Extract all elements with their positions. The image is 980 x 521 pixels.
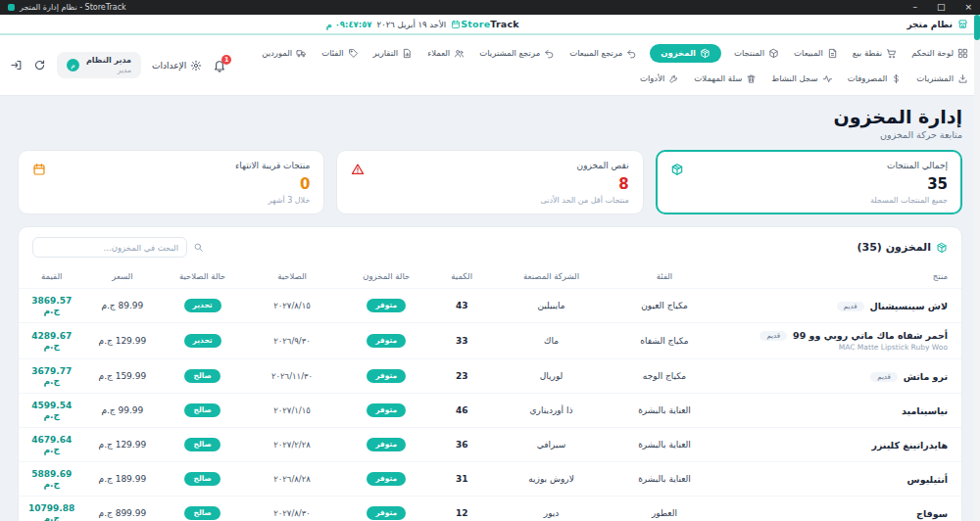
table-row[interactable]: سوفاجالعطورديور12متوفر٢٠٢٧/٨/٣٠صالح899.9… [19, 497, 961, 521]
expiry-cell: ٢٠٢٧/٨/٣٠ [245, 497, 339, 521]
nav-item-activity[interactable]: سجل النشاط [769, 71, 834, 87]
category-cell: مكياج الوجه [612, 359, 716, 394]
nav-item-expenses[interactable]: المصروفات [846, 71, 905, 87]
table-row[interactable]: أنثيليوسالعناية بالبشرةلاروش بوزيه31متوف… [19, 462, 961, 497]
stat-card-low-stock[interactable]: نقص المخزون8منتجات أقل من الحد الأدنى [336, 150, 643, 214]
inventory-section-title: المخزون (35) [858, 241, 931, 254]
price-cell: 129.99 ج.م [84, 323, 160, 359]
package-icon [936, 242, 948, 254]
card-value: 8 [541, 175, 629, 193]
avatar: م [67, 59, 79, 71]
calendar-icon [451, 20, 461, 29]
close-button[interactable]: × [964, 3, 972, 12]
app-header: نظام متجر StoreTrack الأحد ١٩ أبريل ٢٠٢٦… [0, 15, 980, 35]
price-cell: 99.99 ج.م [84, 394, 160, 428]
table-row[interactable]: هايدراتينغ كلينزرالعناية بالبشرةسيرافي36… [19, 428, 961, 462]
column-header: السعر [84, 265, 160, 289]
column-header: الصلاحية [245, 265, 339, 289]
product-name: أنثيليوس [907, 474, 948, 485]
table-row[interactable]: نياسيناميدالعناية بالبشرةذا أورديناري46م… [19, 394, 961, 428]
user-chip[interactable]: مدير النظام مدير م [57, 52, 141, 78]
inventory-table: منتجالفئةالشركة المصنعةالكميةحالة المخزو… [19, 265, 961, 521]
minimize-button[interactable]: – [912, 3, 917, 12]
value-cell: 4599.54 ج.م [19, 394, 84, 428]
nav-item-trash[interactable]: سلة المهملات [692, 71, 759, 87]
category-cell: العناية بالبشرة [612, 428, 716, 462]
product-name: ترو ماتش [904, 371, 948, 382]
returns-icon [626, 48, 637, 59]
nav-item-dashboard[interactable]: لوحة التحكم [909, 45, 970, 62]
nav-item-purchases[interactable]: المشتريات [914, 71, 970, 87]
pos-icon [886, 48, 897, 59]
expiry-cell: ٢٠٢٦/٩/٣٠ [245, 323, 339, 359]
product-name: نياسيناميد [902, 405, 948, 416]
value-cell: 4289.67 ج.م [19, 323, 84, 359]
page-content: إدارة المخزون متابعة حركة المخزون إجمالي… [0, 96, 980, 521]
window-titlebar: نظام إدارة المتجر - StoreTrack – □ × [0, 0, 980, 15]
notifications-button[interactable]: 1 [213, 59, 226, 72]
table-row[interactable]: أحمر شفاه ماك ماتي روبي وو 99قديمMAC Mat… [19, 323, 961, 359]
stock-status-badge: متوفر [367, 334, 406, 349]
maximize-button[interactable]: □ [937, 3, 946, 12]
price-cell: 189.99 ج.م [84, 462, 160, 497]
column-header: الفئة [612, 265, 716, 289]
store-icon [957, 19, 968, 29]
settings-button[interactable]: الإعدادات [152, 60, 202, 71]
manufacturer-cell: ديور [490, 497, 612, 521]
nav-item-products[interactable]: المنتجات [732, 45, 781, 62]
manufacturer-cell: مايبيلين [490, 289, 612, 323]
card-title: إجمالي المنتجات [870, 161, 948, 170]
nav-item-sales[interactable]: المبيعات [792, 45, 840, 62]
user-name: مدير النظام [86, 56, 131, 66]
products-icon [768, 48, 779, 59]
reports-icon [402, 48, 413, 59]
expiry-status-badge: تحذير [184, 299, 221, 313]
nav-item-categories[interactable]: الفئات [319, 45, 360, 62]
table-row[interactable]: لاش سينسيشنالقديممكياج العيونمايبيلين43م… [19, 289, 961, 323]
old-badge: قديم [837, 302, 864, 311]
value-cell: 3679.77 ج.م [19, 359, 84, 394]
header-time: ٠٩:٤٧:٥٧ م [325, 20, 371, 29]
stats-cards: إجمالي المنتجات35جميع المنتجات المسجلةنق… [18, 150, 962, 214]
notification-badge: 1 [221, 55, 231, 65]
scrollbar-thumb[interactable] [974, 15, 980, 40]
card-subtitle: جميع المنتجات المسجلة [870, 196, 948, 205]
activity-icon [822, 73, 833, 84]
inventory-icon [670, 163, 684, 176]
search-area [32, 237, 204, 258]
nav-actions: مدير النظام مدير م الإعدادات 1 [10, 35, 226, 95]
stock-status-badge: متوفر [367, 506, 406, 521]
quantity-cell: 12 [433, 497, 490, 521]
table-row[interactable]: ترو ماتشقديممكياج الوجهلوريال23متوفر٢٠٢٦… [19, 359, 961, 394]
scrollbar[interactable] [974, 15, 980, 521]
nav-item-customers[interactable]: العملاء [425, 45, 466, 62]
stock-status-badge: متوفر [367, 369, 406, 384]
nav-item-pos[interactable]: نقطة بيع [851, 45, 899, 62]
stat-card-near-expiry[interactable]: منتجات قريبة الانتهاء0خلال 3 أشهر [18, 150, 324, 214]
expiry-cell: ٢٠٢٦/١١/٣٠ [245, 359, 339, 394]
sales-icon [827, 48, 838, 59]
nav-item-suppliers[interactable]: الموردين [260, 45, 309, 62]
price-cell: 159.99 ج.م [84, 359, 160, 394]
logout-icon[interactable] [10, 59, 23, 71]
trash-icon [746, 73, 757, 84]
quantity-cell: 33 [433, 323, 490, 359]
table-body: لاش سينسيشنالقديممكياج العيونمايبيلين43م… [19, 289, 961, 521]
stat-card-total-products[interactable]: إجمالي المنتجات35جميع المنتجات المسجلة [656, 150, 962, 214]
card-subtitle: منتجات أقل من الحد الأدنى [541, 196, 629, 205]
search-input[interactable] [32, 237, 187, 258]
refresh-icon[interactable] [33, 59, 46, 71]
nav-item-returns[interactable]: مرتجع المشتريات [477, 45, 557, 62]
expiry-cell: ٢٠٢٦/٨/٢٨ [245, 462, 339, 497]
table-header-row: منتجالفئةالشركة المصنعةالكميةحالة المخزو… [19, 265, 961, 289]
nav-item-returns[interactable]: مرتجع المبيعات [567, 45, 639, 62]
expiry-cell: ٢٠٢٧/٨/١٥ [245, 289, 339, 323]
nav-row-2: المشترياتالمصروفاتسجل النشاطسلة المهملات… [233, 66, 970, 91]
old-badge: قديم [870, 372, 898, 382]
manufacturer-cell: سيرافي [490, 428, 612, 462]
nav-item-inventory-active[interactable]: المخزون [650, 44, 721, 63]
nav-item-tools[interactable]: الأدوات [638, 71, 681, 87]
nav-item-reports[interactable]: التقارير [371, 45, 416, 62]
search-icon [193, 242, 204, 253]
manufacturer-cell: لاروش بوزيه [490, 462, 612, 497]
